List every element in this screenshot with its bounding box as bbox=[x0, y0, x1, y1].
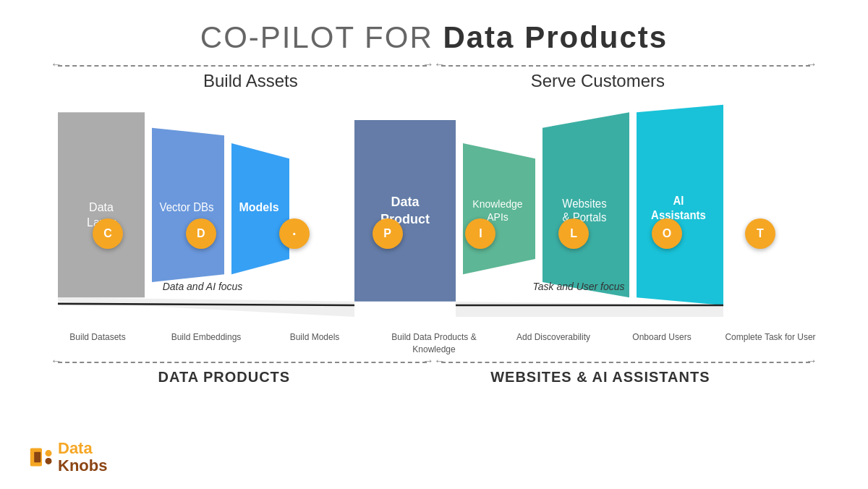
top-arrows bbox=[0, 65, 868, 67]
section-headers: Build Assets Serve Customers bbox=[0, 71, 868, 91]
labels-row: Build Datasets Build Embeddings Build Mo… bbox=[0, 331, 868, 356]
svg-text:Data and AI focus: Data and AI focus bbox=[163, 280, 243, 292]
label-build-embeddings: Build Embeddings bbox=[159, 331, 253, 344]
svg-text:Task and User focus: Task and User focus bbox=[532, 280, 624, 292]
main-title: CO-PILOT FOR Data Products bbox=[0, 0, 868, 55]
svg-text:Websites: Websites bbox=[562, 197, 607, 210]
bottom-title-right: WEBSITES & AI ASSISTANTS bbox=[490, 369, 710, 386]
diagram-area: Data Layer Vector DBs Models Data Produc… bbox=[0, 97, 868, 328]
svg-marker-7 bbox=[58, 297, 354, 317]
logo: Data Knobs bbox=[29, 440, 107, 475]
svg-text:Knowledge: Knowledge bbox=[472, 197, 522, 210]
diagram-svg: Data Layer Vector DBs Models Data Produc… bbox=[0, 97, 868, 328]
logo-icon bbox=[29, 446, 55, 468]
bottom-arrows bbox=[0, 362, 868, 363]
circle-o: O bbox=[652, 218, 682, 249]
label-add-discoverability: Add Discoverability bbox=[506, 331, 600, 344]
circle-d: D bbox=[186, 218, 216, 249]
circle-i: I bbox=[465, 218, 495, 249]
label-build-models: Build Models bbox=[268, 331, 362, 344]
label-complete-task: Complete Task for User bbox=[723, 331, 817, 344]
circle-p: P bbox=[373, 218, 403, 249]
circle-dot: · bbox=[279, 218, 310, 249]
label-onboard-users: Onboard Users bbox=[615, 331, 709, 344]
svg-text:Data: Data bbox=[89, 200, 114, 214]
svg-text:Models: Models bbox=[239, 200, 278, 214]
svg-marker-8 bbox=[456, 302, 723, 317]
right-section-header: Serve Customers bbox=[531, 71, 665, 91]
svg-text:AI: AI bbox=[673, 195, 684, 208]
label-build-data-products: Build Data Products &Knowledge bbox=[376, 331, 492, 356]
circle-t: T bbox=[745, 218, 775, 249]
svg-text:Vector DBs: Vector DBs bbox=[160, 200, 214, 213]
circle-c: C bbox=[93, 218, 123, 249]
svg-rect-26 bbox=[34, 452, 41, 462]
label-build-datasets: Build Datasets bbox=[51, 331, 145, 344]
logo-knobs-text: Knobs bbox=[58, 457, 107, 475]
bottom-titles: DATA PRODUCTS WEBSITES & AI ASSISTANTS bbox=[0, 369, 868, 386]
svg-text:Data: Data bbox=[391, 194, 420, 210]
svg-point-28 bbox=[46, 458, 52, 464]
circle-l: L bbox=[558, 218, 589, 249]
left-section-header: Build Assets bbox=[203, 71, 298, 91]
bottom-title-left: DATA PRODUCTS bbox=[158, 369, 291, 386]
logo-data-text: Data bbox=[58, 440, 107, 457]
svg-point-27 bbox=[46, 450, 52, 456]
circles-row: C D · P I L O T bbox=[0, 218, 868, 249]
